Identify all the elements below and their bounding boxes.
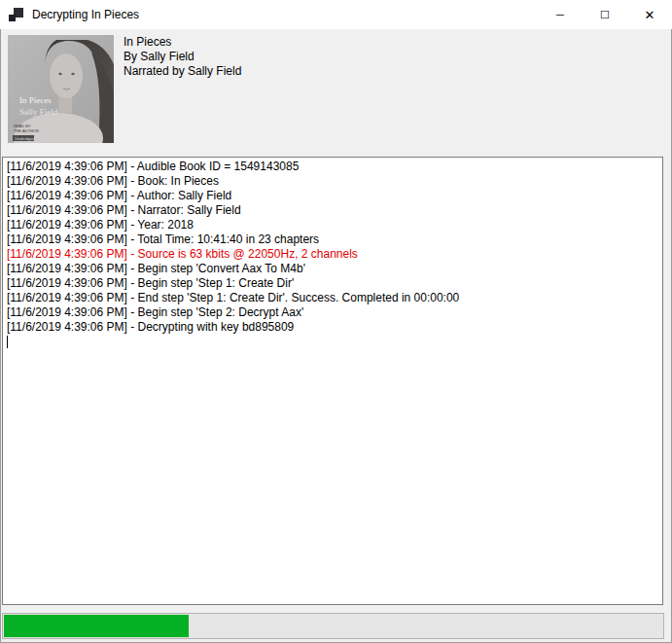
- title-bar[interactable]: Decrypting In Pieces ─ ☐ ✕: [0, 0, 672, 29]
- log-line-error: [11/6/2019 4:39:06 PM] - Source is 63 kb…: [7, 247, 658, 262]
- window-title: Decrypting In Pieces: [32, 8, 139, 21]
- text-caret: [7, 336, 8, 348]
- book-narrator: Narrated by Sally Field: [124, 64, 241, 79]
- book-title: In Pieces: [124, 35, 241, 50]
- book-cover-image: In Pieces Sally Field READ BY THE AUTHOR…: [8, 35, 114, 143]
- close-button[interactable]: ✕: [627, 0, 672, 29]
- log-line: [11/6/2019 4:39:06 PM] - Audible Book ID…: [7, 160, 658, 174]
- cover-face-shape: [50, 54, 83, 98]
- log-line: [11/6/2019 4:39:06 PM] - Begin step 'Ste…: [7, 276, 658, 291]
- app-icon: [9, 7, 24, 22]
- cover-unabridged-text: Unabridged: [15, 136, 35, 141]
- book-info: In Pieces By Sally Field Narrated by Sal…: [124, 35, 241, 79]
- cover-author-text: Sally Field: [19, 107, 58, 117]
- log-line: [11/6/2019 4:39:06 PM] - Begin step 'Con…: [7, 262, 658, 276]
- log-textbox[interactable]: [11/6/2019 4:39:06 PM] - Audible Book ID…: [2, 157, 663, 605]
- progress-fill: [4, 615, 189, 637]
- log-line: [11/6/2019 4:39:06 PM] - Book: In Pieces: [7, 174, 658, 189]
- minimize-button[interactable]: ─: [538, 0, 583, 29]
- log-lines: [11/6/2019 4:39:06 PM] - Audible Book ID…: [7, 160, 658, 335]
- log-line: [11/6/2019 4:39:06 PM] - Author: Sally F…: [7, 189, 658, 203]
- log-line: [11/6/2019 4:39:06 PM] - End step 'Step …: [7, 291, 658, 305]
- cover-title-text: In Pieces: [19, 95, 52, 105]
- log-line: [11/6/2019 4:39:06 PM] - Decrypting with…: [7, 320, 658, 335]
- log-line: [11/6/2019 4:39:06 PM] - Narrator: Sally…: [7, 203, 658, 218]
- cover-readby-line2: THE AUTHOR: [14, 128, 39, 133]
- log-line: [11/6/2019 4:39:06 PM] - Total Time: 10:…: [7, 232, 658, 247]
- progress-bar: [2, 613, 664, 639]
- caret-line: [7, 335, 658, 349]
- maximize-button[interactable]: ☐: [583, 0, 627, 29]
- book-author: By Sally Field: [124, 50, 241, 64]
- app-window: Decrypting In Pieces ─ ☐ ✕: [0, 0, 672, 643]
- window-controls: ─ ☐ ✕: [538, 0, 672, 29]
- log-line: [11/6/2019 4:39:06 PM] - Year: 2018: [7, 218, 658, 232]
- log-line: [11/6/2019 4:39:06 PM] - Begin step 'Ste…: [7, 305, 658, 320]
